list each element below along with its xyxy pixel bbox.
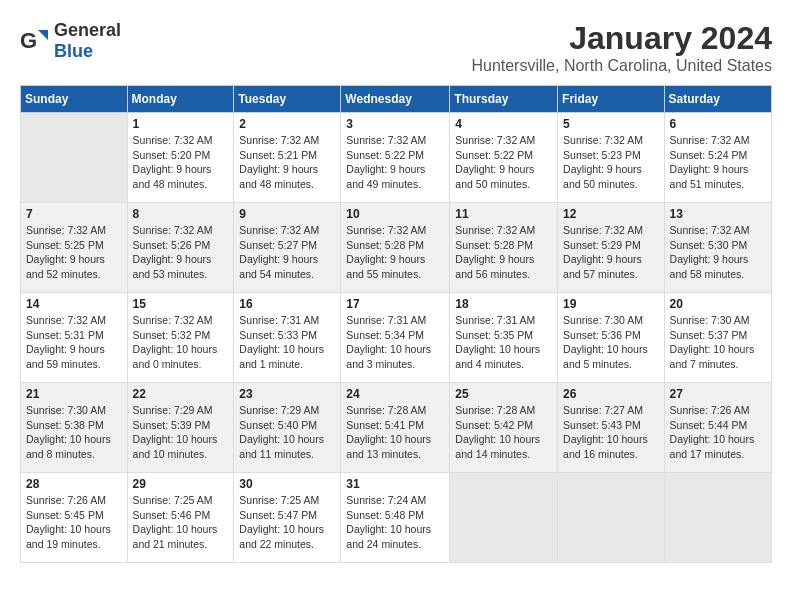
calendar-cell	[450, 473, 558, 563]
day-number: 14	[26, 297, 122, 311]
day-number: 15	[133, 297, 229, 311]
day-number: 25	[455, 387, 552, 401]
day-info: Sunrise: 7:24 AM Sunset: 5:48 PM Dayligh…	[346, 493, 444, 552]
subtitle: Huntersville, North Carolina, United Sta…	[471, 57, 772, 75]
calendar-cell	[21, 113, 128, 203]
calendar-cell: 22Sunrise: 7:29 AM Sunset: 5:39 PM Dayli…	[127, 383, 234, 473]
header-sunday: Sunday	[21, 86, 128, 113]
day-number: 10	[346, 207, 444, 221]
day-info: Sunrise: 7:32 AM Sunset: 5:28 PM Dayligh…	[455, 223, 552, 282]
calendar-cell: 6Sunrise: 7:32 AM Sunset: 5:24 PM Daylig…	[664, 113, 771, 203]
day-number: 11	[455, 207, 552, 221]
day-number: 24	[346, 387, 444, 401]
title-block: January 2024 Huntersville, North Carolin…	[471, 20, 772, 75]
day-info: Sunrise: 7:32 AM Sunset: 5:22 PM Dayligh…	[346, 133, 444, 192]
logo-icon: G	[20, 26, 50, 56]
calendar-cell: 15Sunrise: 7:32 AM Sunset: 5:32 PM Dayli…	[127, 293, 234, 383]
day-number: 4	[455, 117, 552, 131]
day-info: Sunrise: 7:28 AM Sunset: 5:42 PM Dayligh…	[455, 403, 552, 462]
day-number: 27	[670, 387, 766, 401]
calendar-week-2: 7Sunrise: 7:32 AM Sunset: 5:25 PM Daylig…	[21, 203, 772, 293]
header-tuesday: Tuesday	[234, 86, 341, 113]
day-number: 1	[133, 117, 229, 131]
calendar-cell: 1Sunrise: 7:32 AM Sunset: 5:20 PM Daylig…	[127, 113, 234, 203]
calendar-week-1: 1Sunrise: 7:32 AM Sunset: 5:20 PM Daylig…	[21, 113, 772, 203]
calendar-cell: 9Sunrise: 7:32 AM Sunset: 5:27 PM Daylig…	[234, 203, 341, 293]
logo: G General Blue	[20, 20, 121, 62]
day-number: 8	[133, 207, 229, 221]
calendar-cell: 23Sunrise: 7:29 AM Sunset: 5:40 PM Dayli…	[234, 383, 341, 473]
day-number: 9	[239, 207, 335, 221]
day-info: Sunrise: 7:28 AM Sunset: 5:41 PM Dayligh…	[346, 403, 444, 462]
calendar-cell: 14Sunrise: 7:32 AM Sunset: 5:31 PM Dayli…	[21, 293, 128, 383]
calendar-cell: 2Sunrise: 7:32 AM Sunset: 5:21 PM Daylig…	[234, 113, 341, 203]
day-info: Sunrise: 7:26 AM Sunset: 5:45 PM Dayligh…	[26, 493, 122, 552]
logo-general: General	[54, 20, 121, 40]
day-number: 30	[239, 477, 335, 491]
calendar-cell: 7Sunrise: 7:32 AM Sunset: 5:25 PM Daylig…	[21, 203, 128, 293]
calendar-cell: 19Sunrise: 7:30 AM Sunset: 5:36 PM Dayli…	[558, 293, 665, 383]
day-info: Sunrise: 7:32 AM Sunset: 5:23 PM Dayligh…	[563, 133, 659, 192]
calendar-cell: 28Sunrise: 7:26 AM Sunset: 5:45 PM Dayli…	[21, 473, 128, 563]
calendar-cell: 5Sunrise: 7:32 AM Sunset: 5:23 PM Daylig…	[558, 113, 665, 203]
day-info: Sunrise: 7:26 AM Sunset: 5:44 PM Dayligh…	[670, 403, 766, 462]
day-number: 23	[239, 387, 335, 401]
calendar-cell: 17Sunrise: 7:31 AM Sunset: 5:34 PM Dayli…	[341, 293, 450, 383]
day-info: Sunrise: 7:32 AM Sunset: 5:31 PM Dayligh…	[26, 313, 122, 372]
calendar-week-4: 21Sunrise: 7:30 AM Sunset: 5:38 PM Dayli…	[21, 383, 772, 473]
calendar-cell: 31Sunrise: 7:24 AM Sunset: 5:48 PM Dayli…	[341, 473, 450, 563]
calendar-cell: 27Sunrise: 7:26 AM Sunset: 5:44 PM Dayli…	[664, 383, 771, 473]
day-info: Sunrise: 7:29 AM Sunset: 5:39 PM Dayligh…	[133, 403, 229, 462]
calendar-cell: 10Sunrise: 7:32 AM Sunset: 5:28 PM Dayli…	[341, 203, 450, 293]
day-number: 5	[563, 117, 659, 131]
svg-marker-1	[38, 30, 48, 40]
page-header: G General Blue January 2024 Huntersville…	[20, 20, 772, 75]
day-info: Sunrise: 7:32 AM Sunset: 5:29 PM Dayligh…	[563, 223, 659, 282]
calendar-cell: 12Sunrise: 7:32 AM Sunset: 5:29 PM Dayli…	[558, 203, 665, 293]
day-number: 3	[346, 117, 444, 131]
day-number: 18	[455, 297, 552, 311]
day-number: 17	[346, 297, 444, 311]
day-number: 2	[239, 117, 335, 131]
header-wednesday: Wednesday	[341, 86, 450, 113]
calendar-table: Sunday Monday Tuesday Wednesday Thursday…	[20, 85, 772, 563]
day-info: Sunrise: 7:31 AM Sunset: 5:33 PM Dayligh…	[239, 313, 335, 372]
calendar-cell: 13Sunrise: 7:32 AM Sunset: 5:30 PM Dayli…	[664, 203, 771, 293]
day-number: 31	[346, 477, 444, 491]
day-number: 16	[239, 297, 335, 311]
day-info: Sunrise: 7:31 AM Sunset: 5:34 PM Dayligh…	[346, 313, 444, 372]
day-number: 21	[26, 387, 122, 401]
svg-text:G: G	[20, 28, 37, 53]
day-info: Sunrise: 7:30 AM Sunset: 5:38 PM Dayligh…	[26, 403, 122, 462]
day-info: Sunrise: 7:32 AM Sunset: 5:25 PM Dayligh…	[26, 223, 122, 282]
calendar-cell: 3Sunrise: 7:32 AM Sunset: 5:22 PM Daylig…	[341, 113, 450, 203]
calendar-week-5: 28Sunrise: 7:26 AM Sunset: 5:45 PM Dayli…	[21, 473, 772, 563]
day-info: Sunrise: 7:25 AM Sunset: 5:46 PM Dayligh…	[133, 493, 229, 552]
day-number: 6	[670, 117, 766, 131]
day-number: 26	[563, 387, 659, 401]
day-info: Sunrise: 7:31 AM Sunset: 5:35 PM Dayligh…	[455, 313, 552, 372]
day-info: Sunrise: 7:32 AM Sunset: 5:20 PM Dayligh…	[133, 133, 229, 192]
calendar-cell: 8Sunrise: 7:32 AM Sunset: 5:26 PM Daylig…	[127, 203, 234, 293]
day-number: 13	[670, 207, 766, 221]
day-number: 29	[133, 477, 229, 491]
day-info: Sunrise: 7:32 AM Sunset: 5:26 PM Dayligh…	[133, 223, 229, 282]
calendar-header-row: Sunday Monday Tuesday Wednesday Thursday…	[21, 86, 772, 113]
day-info: Sunrise: 7:32 AM Sunset: 5:27 PM Dayligh…	[239, 223, 335, 282]
day-info: Sunrise: 7:32 AM Sunset: 5:24 PM Dayligh…	[670, 133, 766, 192]
header-monday: Monday	[127, 86, 234, 113]
header-thursday: Thursday	[450, 86, 558, 113]
calendar-cell	[558, 473, 665, 563]
day-info: Sunrise: 7:30 AM Sunset: 5:36 PM Dayligh…	[563, 313, 659, 372]
day-info: Sunrise: 7:32 AM Sunset: 5:28 PM Dayligh…	[346, 223, 444, 282]
main-title: January 2024	[471, 20, 772, 57]
calendar-cell: 4Sunrise: 7:32 AM Sunset: 5:22 PM Daylig…	[450, 113, 558, 203]
calendar-cell: 20Sunrise: 7:30 AM Sunset: 5:37 PM Dayli…	[664, 293, 771, 383]
calendar-cell: 24Sunrise: 7:28 AM Sunset: 5:41 PM Dayli…	[341, 383, 450, 473]
day-info: Sunrise: 7:32 AM Sunset: 5:22 PM Dayligh…	[455, 133, 552, 192]
header-friday: Friday	[558, 86, 665, 113]
calendar-cell: 26Sunrise: 7:27 AM Sunset: 5:43 PM Dayli…	[558, 383, 665, 473]
day-info: Sunrise: 7:32 AM Sunset: 5:32 PM Dayligh…	[133, 313, 229, 372]
calendar-cell: 30Sunrise: 7:25 AM Sunset: 5:47 PM Dayli…	[234, 473, 341, 563]
day-number: 12	[563, 207, 659, 221]
